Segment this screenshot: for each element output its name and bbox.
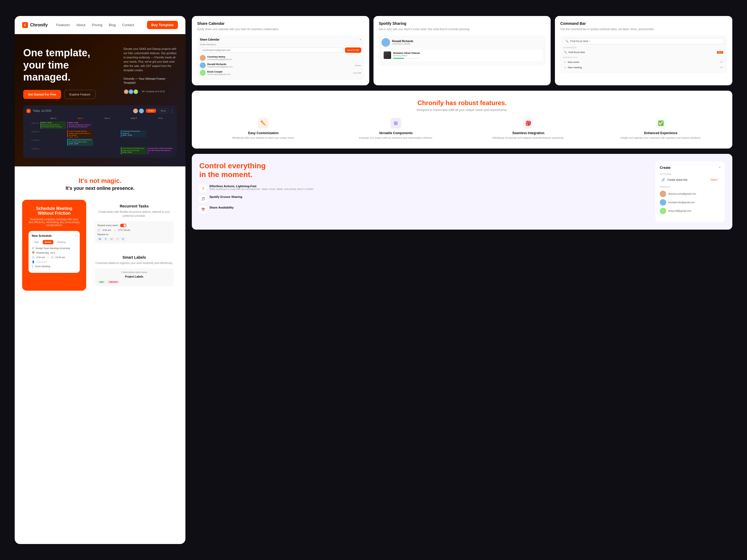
cmd-new-event-shortcut: ⌘N (720, 61, 723, 63)
day-m[interactable]: M (97, 237, 102, 241)
hero-avatars: 4k+ reviews (4.9 of 5) (124, 89, 177, 95)
left-panel: C Chronify Features About Pricing Blog C… (15, 16, 185, 544)
create-panel-close-icon[interactable]: × (719, 166, 721, 169)
day-t2[interactable]: T (115, 237, 120, 241)
cmd-new-event[interactable]: ✦ New event ⌘N (563, 60, 724, 64)
tab-meeting[interactable]: Meeting (55, 240, 68, 244)
member-info-1: Courtney Henry courtneyherry@gmail.com (207, 55, 361, 60)
cmd-search-bar[interactable]: 🔍 Find focus time ↑ (563, 38, 724, 44)
cmd-find-focus-text: Find focus time (568, 51, 715, 54)
member-avatar-1 (200, 55, 206, 61)
recurrent-desc: Create tasks with flexible recurrence op… (95, 210, 174, 218)
label-tags: DEV DESIGN (97, 280, 171, 284)
day-t[interactable]: T (104, 237, 108, 241)
cal-event-code[interactable]: Code Review and Refactoring: Enhancing C… (121, 147, 147, 154)
nav-features[interactable]: Features (56, 23, 70, 27)
nav-about[interactable]: About (76, 23, 85, 27)
cf-item-1: ⚡ Effortless Actions, Lightning-Fast Mak… (199, 185, 649, 192)
repeat-tags: M T W T F (97, 237, 171, 241)
cal-empty-3 (148, 121, 174, 129)
tab-task[interactable]: Task (32, 240, 41, 244)
rf-item-4: ✅ Enhanced Experience Delight and captiv… (597, 118, 725, 140)
cal-day-4: Wed 5 (121, 116, 147, 121)
people-email-3: tanya.hill@gmail.com (668, 210, 691, 212)
cal-user-2 (139, 109, 144, 113)
people-email-1: deanna.curtis@gmail.com (668, 192, 696, 195)
control-features-list: ⚡ Effortless Actions, Lightning-Fast Mak… (199, 185, 649, 213)
robust-subtitle: Designed to impeccably fulfill all your … (199, 108, 725, 111)
invite-email-input[interactable] (200, 48, 343, 53)
cal-logo: C (26, 109, 31, 113)
nav-blog[interactable]: Blog (109, 23, 116, 27)
member-email-3: essiecooper@gmail.com (207, 73, 351, 76)
cal-event-brainstorm[interactable]: 08:30 - 09:30 Brainstorming: Exploring I… (41, 121, 66, 129)
share-cal-desc: Easily share your calendar with your tea… (197, 27, 364, 31)
cal-time-11: 11:00 am (26, 138, 40, 146)
cmd-find-focus[interactable]: 🔍 Find focus time NEW (563, 50, 724, 55)
new-meeting-icon: ✦ (564, 66, 566, 69)
cal-more-icon[interactable]: ⋮ (171, 109, 174, 113)
rf-icon-4: ✅ (655, 118, 666, 129)
rf-icon-1: ✏️ (258, 118, 269, 129)
cal-week-btn[interactable]: Week (158, 109, 168, 113)
day-w[interactable]: W (109, 237, 114, 241)
rf-icon-3: 🎒 (523, 118, 534, 129)
cal-event-design-sprint[interactable]: Design Sprint: Rapid Prototyping for New… (148, 147, 174, 154)
create-share-link-item[interactable]: 🔗 Create share link Select ↑ (660, 177, 721, 183)
cal-event-leadership[interactable]: Leadership Development Workshop 10:00 - … (121, 130, 147, 137)
hero-rating: 4k+ reviews (4.9 of 5) (141, 90, 164, 94)
member-email-1: courtneyherry@gmail.com (207, 58, 361, 60)
share-cal-mockup: Share Calendar × Invite Members Send Inv… (197, 35, 364, 80)
hero-title: One template, your time managed. (23, 47, 115, 83)
member-avatar-2 (200, 62, 206, 68)
create-panel: Create × Actions 🔗 Create share link Sel… (655, 161, 725, 222)
people-item-2[interactable]: michael.milc@gmail.com (660, 198, 721, 207)
sp-track-image (384, 51, 391, 59)
sp-member-row: Ronald Richards Listening to Spotify (382, 38, 543, 47)
member-info-2: Ronald Richards ronaldrichards@gmail.com (207, 63, 353, 68)
form-close-icon[interactable]: × (75, 234, 77, 237)
form-title: New Schedule (32, 234, 52, 237)
cal-event-devops[interactable]: 09:00 - 10:00 DevOps Collaboration Sessi… (67, 121, 93, 129)
cal-event-hr[interactable]: HR: Recognizing Achievements and Growth … (67, 138, 93, 146)
cmd-new-meeting[interactable]: ✦ New meeting ⌘M (563, 65, 724, 70)
people-item-3[interactable]: tanya.hill@gmail.com (660, 207, 721, 215)
sp-avatar (382, 38, 390, 47)
nav-contact[interactable]: Contact (122, 23, 134, 27)
select-action[interactable]: Select ↑ (711, 179, 719, 181)
sp-name: Ronald Richards (392, 40, 413, 43)
cf-icon-3: 📅 (199, 206, 207, 213)
people-item-1[interactable]: deanna.curtis@gmail.com (660, 190, 721, 198)
schedule-form: New Schedule × Task Event Meeting ☑ Desi… (29, 231, 80, 273)
cal-event-product[interactable]: Product Strategy Meeting: Setting Goals … (67, 130, 93, 137)
scm-close-icon[interactable]: × (360, 38, 361, 41)
rf-title-1: Easy Customization (199, 131, 328, 135)
get-started-button[interactable]: Get Started For Free (23, 90, 61, 99)
nav-pricing[interactable]: Pricing (92, 23, 102, 27)
rf-item-2: ⊞ Versatile Components Empower your proj… (332, 118, 460, 140)
cal-share-btn[interactable]: Share (146, 109, 156, 113)
form-time-row: 🕘 9:30 am → 🕙 10:00 am (32, 256, 77, 259)
cal-empty-6 (148, 130, 174, 137)
top-feature-cards: Share Calendar Easily share your calenda… (192, 16, 732, 85)
explore-feature-button[interactable]: Explore Feature (64, 90, 95, 99)
send-invite-button[interactable]: Send Invite (345, 48, 361, 53)
tag-dev[interactable]: DEV (97, 280, 106, 284)
spotify-title: Spotify Sharing (379, 21, 546, 26)
buy-template-button[interactable]: Buy Template (147, 21, 178, 29)
people-email-2: michael.milc@gmail.com (668, 201, 695, 204)
cf-item-3: 📅 Share Availability (199, 206, 649, 213)
toggle-repeat[interactable] (120, 224, 126, 227)
tab-event[interactable]: Event (43, 240, 54, 244)
form-tabs: Task Event Meeting (32, 240, 77, 244)
cf-icon-1: ⚡ (199, 185, 207, 192)
cmd-bar-desc: Use the command bar to quickly schedule … (560, 27, 727, 31)
robust-features-grid: ✏️ Easy Customization Effortlessly tailo… (199, 118, 725, 140)
control-text: Control everything in the moment. ⚡ Effo… (199, 161, 649, 213)
day-f[interactable]: F (121, 237, 125, 241)
rt-repeat-row: Repeat every week (97, 224, 171, 227)
sp-status: Listening to Spotify (392, 43, 413, 45)
tag-design[interactable]: DESIGN (107, 280, 120, 284)
cal-time-12: 12:00 pm (26, 146, 40, 155)
rf-title-3: Seamless Integration (464, 131, 593, 135)
